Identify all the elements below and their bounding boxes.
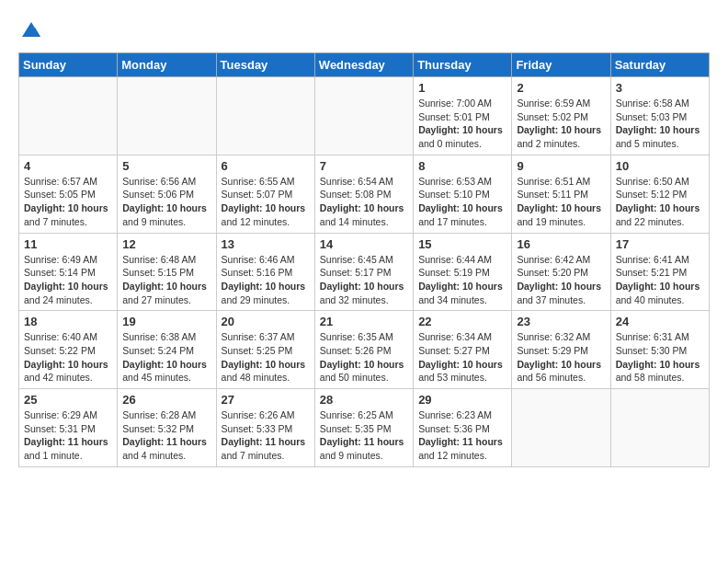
calendar-cell: 5Sunrise: 6:56 AMSunset: 5:06 PMDaylight…: [118, 155, 216, 233]
day-info-line: Sunrise: 6:57 AM: [24, 175, 112, 189]
logo: [18, 18, 42, 45]
day-info: Sunrise: 6:51 AMSunset: 5:11 PMDaylight:…: [517, 175, 605, 229]
day-info-line: Daylight: 10 hours: [320, 280, 408, 293]
day-info-line: and 48 minutes.: [222, 371, 310, 385]
calendar-week-3: 11Sunrise: 6:49 AMSunset: 5:14 PMDayligh…: [19, 233, 710, 311]
day-info-line: and 37 minutes.: [517, 293, 605, 307]
day-info-line: Sunset: 5:20 PM: [517, 266, 605, 280]
day-info-line: and 45 minutes.: [122, 371, 210, 385]
day-number: 25: [24, 393, 112, 407]
calendar-cell: 11Sunrise: 6:49 AMSunset: 5:14 PMDayligh…: [19, 233, 118, 311]
day-number: 6: [222, 159, 310, 173]
calendar-cell: 18Sunrise: 6:40 AMSunset: 5:22 PMDayligh…: [19, 311, 118, 389]
day-info-line: and 0 minutes.: [418, 137, 506, 151]
day-info-line: Sunrise: 6:48 AM: [122, 253, 210, 267]
day-info: Sunrise: 6:26 AMSunset: 5:33 PMDaylight:…: [222, 408, 310, 463]
day-info-line: and 14 minutes.: [320, 215, 408, 229]
day-number: 12: [122, 237, 210, 251]
day-info: Sunrise: 6:28 AMSunset: 5:32 PMDaylight:…: [122, 408, 210, 463]
weekday-header-monday: Monday: [118, 53, 216, 77]
day-info: Sunrise: 6:25 AMSunset: 5:35 PMDaylight:…: [320, 408, 408, 463]
day-info-line: and 24 minutes.: [24, 293, 112, 307]
calendar-table: SundayMondayTuesdayWednesdayThursdayFrid…: [18, 52, 710, 467]
day-info-line: and 7 minutes.: [24, 215, 112, 229]
day-info-line: Sunset: 5:14 PM: [24, 266, 112, 280]
day-info-line: Daylight: 10 hours: [24, 358, 112, 372]
day-info-line: Daylight: 11 hours: [320, 435, 408, 449]
day-info-line: Sunrise: 6:44 AM: [418, 253, 506, 267]
day-number: 5: [122, 159, 210, 173]
day-info-line: Sunset: 5:31 PM: [24, 422, 112, 436]
calendar-cell: 12Sunrise: 6:48 AMSunset: 5:15 PMDayligh…: [118, 233, 216, 311]
weekday-header-saturday: Saturday: [610, 53, 709, 77]
calendar-cell: 27Sunrise: 6:26 AMSunset: 5:33 PMDayligh…: [216, 389, 314, 467]
day-info-line: and 58 minutes.: [616, 371, 704, 385]
day-info-line: Sunset: 5:22 PM: [24, 344, 112, 358]
day-info-line: and 42 minutes.: [24, 371, 112, 385]
day-info-line: Daylight: 10 hours: [616, 280, 704, 293]
calendar-cell: [19, 77, 118, 155]
day-info-line: Daylight: 10 hours: [222, 280, 310, 293]
day-info-line: Daylight: 10 hours: [418, 201, 506, 215]
day-info-line: Sunrise: 6:38 AM: [122, 330, 210, 344]
day-info-line: Sunset: 5:27 PM: [418, 344, 506, 358]
day-number: 10: [616, 159, 704, 173]
day-info-line: Sunrise: 6:49 AM: [24, 253, 112, 267]
day-info-line: Sunrise: 6:41 AM: [616, 253, 704, 267]
day-info-line: Daylight: 10 hours: [122, 358, 210, 372]
day-info-line: Sunrise: 6:45 AM: [320, 253, 408, 267]
day-info-line: and 22 minutes.: [616, 215, 704, 229]
day-info-line: Sunset: 5:30 PM: [616, 344, 704, 358]
calendar-cell: 25Sunrise: 6:29 AMSunset: 5:31 PMDayligh…: [19, 389, 118, 467]
day-info-line: and 19 minutes.: [517, 215, 605, 229]
day-number: 16: [517, 237, 605, 251]
day-info-line: Daylight: 10 hours: [418, 280, 506, 293]
day-number: 2: [517, 81, 605, 95]
day-info: Sunrise: 6:32 AMSunset: 5:29 PMDaylight:…: [517, 330, 605, 385]
day-info-line: Sunrise: 6:23 AM: [418, 408, 506, 422]
day-info-line: Sunset: 5:29 PM: [517, 344, 605, 358]
day-info: Sunrise: 6:48 AMSunset: 5:15 PMDaylight:…: [122, 253, 210, 307]
day-info: Sunrise: 6:38 AMSunset: 5:24 PMDaylight:…: [122, 330, 210, 385]
day-info-line: Sunset: 5:08 PM: [320, 188, 408, 201]
calendar-cell: 8Sunrise: 6:53 AMSunset: 5:10 PMDaylight…: [414, 155, 512, 233]
day-info-line: and 9 minutes.: [122, 215, 210, 229]
day-info-line: and 9 minutes.: [320, 449, 408, 463]
day-info: Sunrise: 6:31 AMSunset: 5:30 PMDaylight:…: [616, 330, 704, 385]
day-info-line: and 27 minutes.: [122, 293, 210, 307]
day-info-line: Sunset: 5:16 PM: [222, 266, 310, 280]
day-info-line: Daylight: 11 hours: [24, 435, 112, 449]
day-info-line: Sunrise: 6:51 AM: [517, 175, 605, 189]
day-info-line: Sunset: 5:11 PM: [517, 188, 605, 201]
day-info-line: Daylight: 10 hours: [418, 123, 506, 137]
day-info-line: and 32 minutes.: [320, 293, 408, 307]
calendar-cell: 2Sunrise: 6:59 AMSunset: 5:02 PMDaylight…: [512, 77, 610, 155]
day-info-line: and 34 minutes.: [418, 293, 506, 307]
day-info: Sunrise: 6:45 AMSunset: 5:17 PMDaylight:…: [320, 253, 408, 307]
calendar-cell: 13Sunrise: 6:46 AMSunset: 5:16 PMDayligh…: [216, 233, 314, 311]
day-info-line: Sunrise: 6:59 AM: [517, 97, 605, 110]
calendar-cell: 4Sunrise: 6:57 AMSunset: 5:05 PMDaylight…: [19, 155, 118, 233]
day-info-line: Sunset: 5:12 PM: [616, 188, 704, 201]
day-number: 28: [320, 393, 408, 407]
calendar-cell: 6Sunrise: 6:55 AMSunset: 5:07 PMDaylight…: [216, 155, 314, 233]
day-info-line: Sunset: 5:01 PM: [418, 110, 506, 124]
day-number: 3: [616, 81, 704, 95]
calendar-cell: 21Sunrise: 6:35 AMSunset: 5:26 PMDayligh…: [314, 311, 413, 389]
calendar-cell: [314, 77, 413, 155]
day-number: 1: [418, 81, 506, 95]
day-info-line: Daylight: 10 hours: [320, 358, 408, 372]
day-info-line: and 1 minute.: [24, 449, 112, 463]
day-info-line: Sunrise: 6:29 AM: [24, 408, 112, 422]
day-info-line: and 53 minutes.: [418, 371, 506, 385]
day-info-line: Sunrise: 6:25 AM: [320, 408, 408, 422]
day-number: 14: [320, 237, 408, 251]
day-number: 20: [222, 315, 310, 328]
day-info-line: and 7 minutes.: [222, 449, 310, 463]
day-number: 24: [616, 315, 704, 328]
day-info: Sunrise: 6:29 AMSunset: 5:31 PMDaylight:…: [24, 408, 112, 463]
calendar-cell: 20Sunrise: 6:37 AMSunset: 5:25 PMDayligh…: [216, 311, 314, 389]
day-number: 8: [418, 159, 506, 173]
day-info-line: and 2 minutes.: [517, 137, 605, 151]
weekday-header-friday: Friday: [512, 53, 610, 77]
